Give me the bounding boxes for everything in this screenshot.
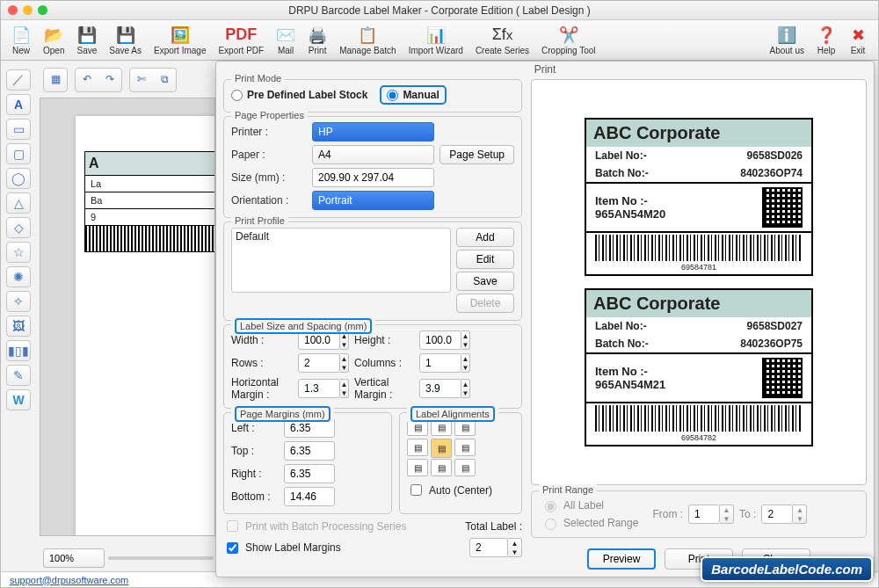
redo-button[interactable]: ↷ [98,69,121,90]
barcode-icon [595,235,803,261]
export-image-button[interactable]: 🖼️Export Image [149,24,211,57]
range-from-input[interactable] [688,505,720,524]
barcode-tool[interactable]: ▮▯▮ [6,340,31,361]
support-link[interactable]: support@drpusoftware.com [10,575,128,585]
height-stepper[interactable]: ▲▼ [461,330,470,350]
print-button[interactable]: 🖨️Print [302,24,332,57]
auto-center-checkbox[interactable]: Auto (Center) [407,482,514,498]
selected-range-radio[interactable]: Selected Range [541,516,638,530]
roundrect-tool[interactable]: ▢ [6,143,31,164]
label-alignments-group: Label Alignments ▤▤▤ ▤▤▤ ▤▤▤ Auto (Cente… [399,412,522,514]
dialog-title: Print [216,62,874,79]
print-profile-group: Print Profile Default Add Edit Save Dele… [223,221,522,321]
cropping-tool-button[interactable]: ✂️Cropping Tool [536,24,601,57]
zoom-select[interactable]: 100% [43,548,105,568]
about-button[interactable]: ℹ️About us [765,24,810,57]
page-margins-group: Page Margins (mm) Left : Top : Right : B… [223,412,392,514]
mail-button[interactable]: ✉️Mail [271,24,301,57]
qr-icon [762,358,803,398]
preview-label-1: ABC Corporate Label No:-9658SD026 Batch … [585,118,813,276]
arrow-tool[interactable]: ✧ [6,291,31,312]
open-button[interactable]: 📂Open [38,24,69,57]
exit-button[interactable]: ✖Exit [843,24,873,57]
total-stepper[interactable]: ▲▼ [508,538,522,557]
batch-processing-checkbox[interactable]: Print with Batch Processing Series [223,518,406,534]
watermark-tool[interactable]: W [6,389,31,410]
profile-save-button[interactable]: Save [456,272,514,291]
undo-button[interactable]: ↶ [76,69,98,90]
canvas-label-preview: A La Ba 9 [84,151,215,252]
ellipse-tool[interactable]: ◯ [6,168,31,189]
burst-tool[interactable]: ✺ [6,266,31,287]
info-icon: ℹ️ [777,25,796,45]
save-icon: 💾 [77,25,97,45]
orientation-select[interactable]: Portrait [312,191,434,210]
canvas-page: A La Ba 9 [76,116,215,536]
print-range-group: Print Range All Label Selected Range Fro… [531,490,867,538]
main-toolbar: 📄New 📂Open 💾Save 💾Save As 🖼️Export Image… [1,20,878,61]
cols-input[interactable] [419,353,461,373]
preview-button[interactable]: Preview [587,548,656,570]
all-label-radio[interactable]: All Label [541,498,638,512]
titlebar: DRPU Barcode Label Maker - Corporate Edi… [1,1,878,20]
copy-button[interactable]: ⧉ [153,69,176,90]
save-button[interactable]: 💾Save [71,24,102,57]
design-canvas[interactable]: A La Ba 9 [40,98,215,536]
margin-right-input[interactable] [284,464,335,483]
new-button[interactable]: 📄New [6,24,36,57]
rows-stepper[interactable]: ▲▼ [340,353,349,373]
hmargin-input[interactable] [298,379,340,398]
page-properties-group: Page Properties Printer : HP Paper : A4 … [223,116,522,218]
line-tool[interactable]: ／ [6,69,31,91]
print-preview-pane: ABC Corporate Label No:-9658SD026 Batch … [531,79,867,485]
export-pdf-button[interactable]: PDFExport PDF [213,24,269,57]
profile-delete-button[interactable]: Delete [456,294,514,313]
vmargin-input[interactable] [419,379,461,398]
manual-radio[interactable]: Manual [380,85,446,105]
hmargin-stepper[interactable]: ▲▼ [340,379,349,398]
paper-select[interactable]: A4 [312,145,434,164]
create-series-button[interactable]: ΣfxCreate Series [470,24,534,57]
label-size-group: Label Size and Spacing (mm) Width : ▲▼ H… [223,324,522,409]
import-wizard-button[interactable]: 📊Import Wizard [403,24,469,57]
profile-edit-button[interactable]: Edit [456,250,514,269]
rect-tool[interactable]: ▭ [6,119,31,140]
text-tool[interactable]: A [6,94,31,115]
profile-add-button[interactable]: Add [456,228,514,247]
print-mode-group: Print Mode Pre Defined Label Stock Manua… [223,79,522,113]
barcode-icon [85,225,215,251]
profile-list[interactable]: Default [231,228,451,293]
total-label-input[interactable] [469,538,508,557]
signature-tool[interactable]: ✎ [6,365,31,386]
range-to-input[interactable] [761,505,793,524]
help-button[interactable]: ❓Help [811,24,841,57]
saveas-button[interactable]: 💾Save As [104,24,147,57]
cut-button[interactable]: ✄ [130,69,153,90]
printer-select[interactable]: HP [312,122,434,142]
batch-icon: 📋 [358,25,377,45]
file-icon: 📄 [11,25,31,45]
rows-input[interactable] [298,353,340,373]
saveas-icon: 💾 [116,25,135,45]
cols-stepper[interactable]: ▲▼ [461,353,470,373]
star-tool[interactable]: ☆ [6,242,31,263]
margin-top-input[interactable] [284,441,335,461]
height-input[interactable] [419,330,461,350]
series-icon: Σfx [492,25,512,45]
margin-bottom-input[interactable] [284,487,335,506]
manage-batch-button[interactable]: 📋Manage Batch [334,24,402,57]
mail-icon: ✉️ [276,25,295,45]
page-setup-button[interactable]: Page Setup [440,145,514,164]
show-margins-checkbox[interactable]: Show Label Margins [223,540,341,556]
zoom-slider[interactable] [108,556,214,560]
size-field [312,168,434,187]
image-tool[interactable]: 🖼 [6,316,31,337]
vmargin-stepper[interactable]: ▲▼ [461,379,470,398]
predefined-radio[interactable]: Pre Defined Label Stock [231,89,367,101]
pdf-icon: PDF [231,25,251,45]
alignment-grid[interactable]: ▤▤▤ ▤▤▤ ▤▤▤ [407,418,514,476]
triangle-tool[interactable]: △ [6,192,31,214]
diamond-tool[interactable]: ◇ [6,217,31,238]
image-icon: 🖼️ [171,25,190,45]
select-tool-icon[interactable]: ▦ [44,69,67,90]
